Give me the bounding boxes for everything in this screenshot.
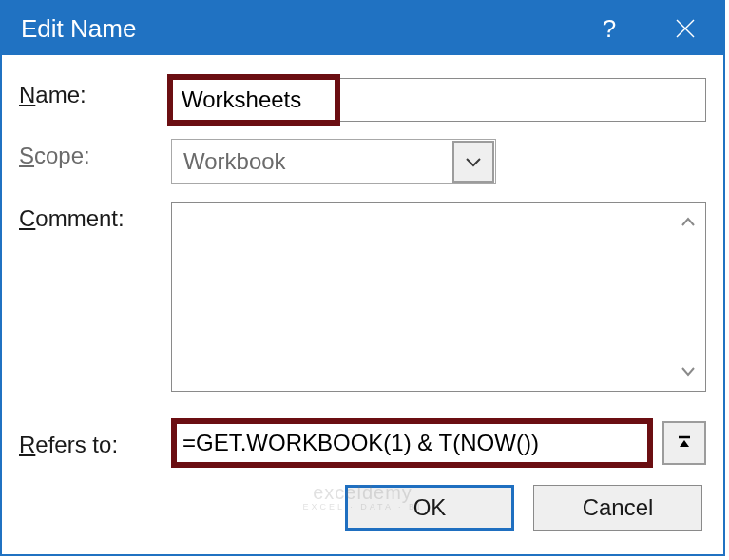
- scope-dropdown-button: [452, 141, 494, 183]
- close-icon: [675, 18, 696, 39]
- window-title: Edit Name: [21, 14, 571, 44]
- svg-marker-3: [680, 440, 689, 447]
- help-button[interactable]: ?: [571, 2, 647, 55]
- name-row: Name:: [19, 78, 706, 122]
- dialog-window: Edit Name ? Name: Scope: Workbook: [0, 0, 725, 556]
- refers-input-container: [171, 418, 706, 468]
- scope-label: Scope:: [19, 139, 171, 169]
- scope-row: Scope: Workbook: [19, 139, 706, 184]
- titlebar: Edit Name ?: [2, 2, 723, 55]
- chevron-down-icon: [465, 156, 482, 167]
- name-input[interactable]: [171, 78, 706, 122]
- cancel-button-label: Cancel: [583, 494, 654, 521]
- ok-button[interactable]: OK: [345, 485, 514, 531]
- scope-select: Workbook: [171, 139, 496, 184]
- name-label: Name:: [19, 78, 171, 108]
- cancel-button[interactable]: Cancel: [533, 485, 702, 531]
- help-icon: ?: [603, 14, 616, 44]
- scope-value: Workbook: [172, 148, 451, 175]
- scroll-down-icon[interactable]: [675, 358, 701, 385]
- name-input-container: [171, 78, 706, 122]
- ok-button-label: OK: [413, 494, 447, 521]
- scroll-up-icon[interactable]: [675, 208, 701, 235]
- refers-highlight-box: [171, 418, 653, 468]
- dialog-content: Name: Scope: Workbook Comment:: [2, 55, 723, 546]
- close-button[interactable]: [647, 2, 723, 55]
- refers-label: Refers to:: [19, 428, 171, 458]
- comment-textarea[interactable]: [171, 202, 706, 392]
- comment-row: Comment:: [19, 202, 706, 392]
- dialog-buttons: OK Cancel: [19, 485, 706, 531]
- comment-label: Comment:: [19, 202, 171, 232]
- collapse-dialog-button[interactable]: [662, 421, 706, 465]
- refers-row: Refers to:: [19, 418, 706, 468]
- collapse-icon: [675, 434, 694, 453]
- refers-input[interactable]: [177, 424, 647, 462]
